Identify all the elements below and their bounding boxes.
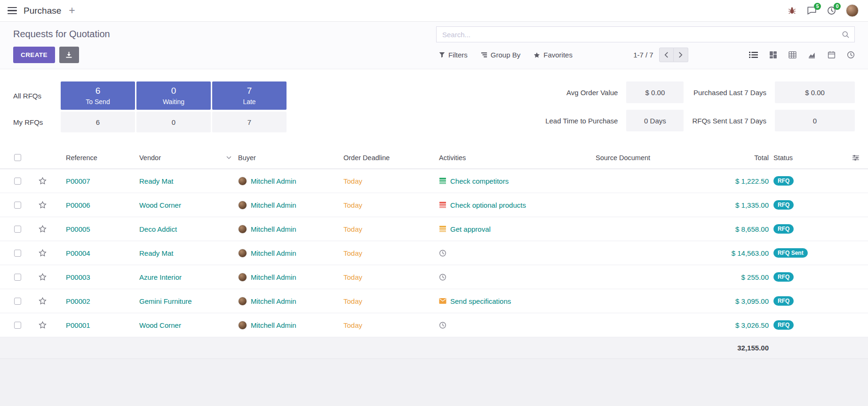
create-button[interactable]: CREATE	[13, 47, 55, 63]
vendor-link[interactable]: Deco Addict	[139, 225, 177, 233]
app-name[interactable]: Purchase	[24, 6, 61, 16]
row-checkbox[interactable]	[14, 298, 21, 305]
activity-icon[interactable]	[439, 201, 446, 209]
favorite-star-icon[interactable]	[39, 249, 47, 257]
reference-link[interactable]: P00004	[66, 249, 90, 257]
reference-link[interactable]: P00001	[66, 321, 90, 329]
activity-icon[interactable]	[439, 321, 446, 329]
reference-link[interactable]: P00006	[66, 201, 90, 209]
view-graph-button[interactable]	[808, 51, 816, 59]
buyer-link[interactable]: Mitchell Admin	[251, 297, 296, 305]
activity-icon[interactable]	[439, 298, 446, 304]
activity-icon[interactable]	[439, 249, 446, 257]
view-pivot-button[interactable]	[788, 51, 796, 59]
favorites-button[interactable]: Favorites	[534, 51, 573, 59]
view-kanban-button[interactable]	[769, 51, 777, 59]
activity-icon[interactable]	[439, 273, 446, 281]
table-row[interactable]: P00001 Wood Corner Mitchell Admin Today …	[0, 313, 868, 337]
vendor-link[interactable]: Gemini Furniture	[139, 297, 192, 305]
activity-label[interactable]: Check competitors	[450, 177, 509, 185]
row-checkbox[interactable]	[14, 322, 21, 329]
table-row[interactable]: P00002 Gemini Furniture Mitchell Admin T…	[0, 289, 868, 313]
activities-icon[interactable]: 0	[826, 6, 836, 16]
table-row[interactable]: P00004 Ready Mat Mitchell Admin Today $ …	[0, 241, 868, 265]
group-by-button[interactable]: Group By	[481, 51, 520, 59]
vendor-link[interactable]: Wood Corner	[139, 321, 181, 329]
export-button[interactable]	[59, 47, 79, 63]
columns-toggle-icon[interactable]	[852, 154, 860, 161]
search-input[interactable]	[442, 31, 842, 39]
activity-cell[interactable]: Check competitors	[439, 177, 596, 185]
row-checkbox[interactable]	[14, 250, 21, 257]
activity-cell[interactable]: Send specifications	[439, 297, 596, 305]
vendor-link[interactable]: Wood Corner	[139, 201, 181, 209]
column-header-order-deadline[interactable]: Order Deadline	[343, 154, 439, 162]
activity-label[interactable]: Check optional products	[450, 201, 526, 209]
apps-menu-icon[interactable]	[8, 7, 17, 15]
view-activity-button[interactable]	[847, 51, 855, 59]
column-header-total[interactable]: Total	[685, 154, 773, 162]
stat-value-rfqs-sent-last-7-days[interactable]: 0	[775, 110, 855, 131]
buyer-link[interactable]: Mitchell Admin	[251, 201, 296, 209]
column-header-activities[interactable]: Activities	[439, 154, 596, 162]
reference-link[interactable]: P00003	[66, 273, 90, 281]
my-rfq-count-waiting[interactable]: 0	[136, 112, 211, 132]
my-rfq-count-to-send[interactable]: 6	[61, 112, 135, 132]
filters-button[interactable]: Filters	[439, 51, 468, 59]
pager-previous-button[interactable]	[659, 48, 674, 62]
user-avatar[interactable]	[846, 4, 859, 17]
table-row[interactable]: P00006 Wood Corner Mitchell Admin Today …	[0, 193, 868, 217]
plus-icon[interactable]: +	[69, 5, 75, 16]
search-box[interactable]	[436, 26, 855, 42]
row-checkbox[interactable]	[14, 202, 21, 209]
bug-icon[interactable]	[787, 6, 797, 16]
stat-value-lead-time-to-purchase[interactable]: 0 Days	[626, 110, 684, 131]
row-checkbox[interactable]	[14, 226, 21, 233]
favorite-star-icon[interactable]	[39, 201, 47, 209]
buyer-link[interactable]: Mitchell Admin	[251, 273, 296, 281]
activity-cell[interactable]	[439, 273, 596, 281]
stat-value-avg-order-value[interactable]: $ 0.00	[626, 81, 684, 103]
row-checkbox[interactable]	[14, 274, 21, 281]
favorite-star-icon[interactable]	[39, 297, 47, 305]
view-calendar-button[interactable]	[828, 51, 836, 59]
row-checkbox[interactable]	[14, 178, 21, 185]
messages-icon[interactable]: 5	[806, 6, 817, 16]
activity-cell[interactable]: Get approval	[439, 225, 596, 233]
rfq-tile-waiting[interactable]: 0Waiting	[136, 81, 211, 110]
table-row[interactable]: P00007 Ready Mat Mitchell Admin Today Ch…	[0, 169, 868, 193]
table-row[interactable]: P00003 Azure Interior Mitchell Admin Tod…	[0, 265, 868, 289]
rfq-tile-late[interactable]: 7Late	[212, 81, 287, 110]
buyer-link[interactable]: Mitchell Admin	[251, 225, 296, 233]
favorite-star-icon[interactable]	[39, 321, 47, 329]
reference-link[interactable]: P00002	[66, 297, 90, 305]
vendor-link[interactable]: Ready Mat	[139, 177, 174, 185]
column-header-status[interactable]: Status	[773, 154, 844, 162]
column-header-reference[interactable]: Reference	[66, 154, 139, 162]
select-all-checkbox[interactable]	[14, 154, 21, 161]
favorite-star-icon[interactable]	[39, 177, 47, 185]
stat-value-purchased-last-7-days[interactable]: $ 0.00	[775, 81, 855, 103]
rfq-tile-to-send[interactable]: 6To Send	[61, 81, 135, 110]
view-list-button[interactable]	[749, 51, 758, 58]
buyer-link[interactable]: Mitchell Admin	[251, 177, 296, 185]
activity-icon[interactable]	[439, 177, 446, 185]
activity-cell[interactable]	[439, 249, 596, 257]
column-header-buyer[interactable]: Buyer	[238, 154, 343, 162]
reference-link[interactable]: P00007	[66, 177, 90, 185]
buyer-link[interactable]: Mitchell Admin	[251, 249, 296, 257]
vendor-link[interactable]: Ready Mat	[139, 249, 174, 257]
column-header-source-document[interactable]: Source Document	[596, 154, 685, 162]
pager-next-button[interactable]	[674, 48, 688, 62]
sort-caret-icon[interactable]	[226, 156, 231, 159]
activity-label[interactable]: Send specifications	[450, 297, 511, 305]
buyer-link[interactable]: Mitchell Admin	[251, 321, 296, 329]
vendor-link[interactable]: Azure Interior	[139, 273, 182, 281]
my-rfq-count-late[interactable]: 7	[212, 112, 287, 132]
reference-link[interactable]: P00005	[66, 225, 90, 233]
table-row[interactable]: P00005 Deco Addict Mitchell Admin Today …	[0, 217, 868, 241]
activity-cell[interactable]	[439, 321, 596, 329]
search-icon[interactable]	[842, 31, 850, 39]
favorite-star-icon[interactable]	[39, 225, 47, 233]
activity-label[interactable]: Get approval	[450, 225, 491, 233]
